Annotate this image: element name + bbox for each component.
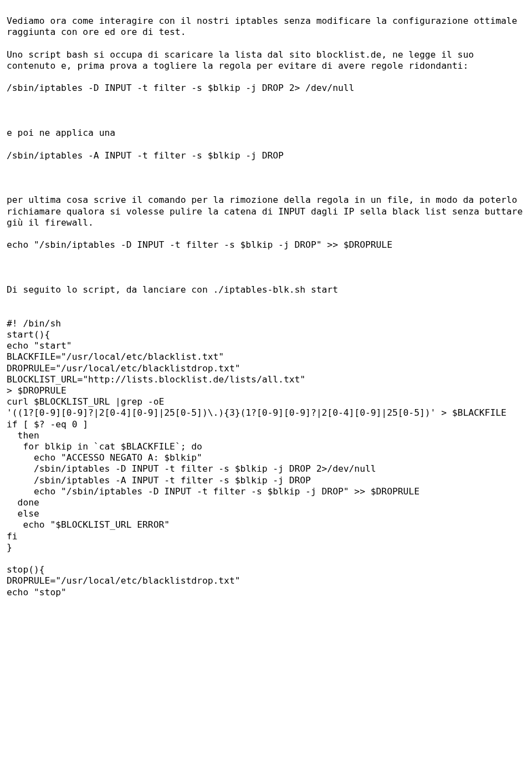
code-line: start(){	[7, 329, 50, 340]
paragraph: per ultima cosa scrive il comando per la…	[7, 195, 528, 227]
code-line: DROPRULE="/usr/local/etc/blacklistdrop.t…	[7, 575, 241, 586]
code-line: echo "/sbin/iptables -D INPUT -t filter …	[7, 239, 392, 250]
code-line: echo "start"	[7, 340, 72, 351]
paragraph: Di seguito lo script, da lanciare con ./…	[7, 284, 338, 295]
code-line: }	[7, 542, 12, 553]
code-line: BLACKFILE="/usr/local/etc/blacklist.txt"	[7, 351, 224, 362]
code-line: /sbin/iptables -A INPUT -t filter -s $bl…	[7, 150, 284, 161]
code-line: echo "ACCESSO NEGATO A: $blkip"	[7, 452, 202, 463]
code-line: fi	[7, 531, 18, 542]
code-line: > $DROPRULE	[7, 385, 66, 396]
paragraph: Uno script bash si occupa di scaricare l…	[7, 49, 479, 71]
code-line: echo "stop"	[7, 587, 66, 598]
code-line: for blkip in `cat $BLACKFILE`; do	[7, 441, 202, 452]
code-line: stop(){	[7, 564, 45, 575]
paragraph: Vediamo ora come interagire con il nostr…	[7, 16, 523, 37]
code-line: echo "/sbin/iptables -D INPUT -t filter …	[7, 486, 420, 497]
code-line: then	[7, 430, 39, 441]
code-line: BLOCKLIST_URL="http://lists.blocklist.de…	[7, 374, 305, 385]
code-line: done	[7, 497, 39, 508]
code-line: if [ $? -eq 0 ]	[7, 419, 88, 430]
code-line: /sbin/iptables -D INPUT -t filter -s $bl…	[7, 83, 354, 93]
code-line: curl $BLOCKLIST_URL |grep -oE	[7, 396, 164, 407]
code-line: else	[7, 508, 39, 519]
code-line: '((1?[0-9][0-9]?|2[0-4][0-9]|25[0-5])\.)…	[7, 407, 507, 418]
paragraph: e poi ne applica una	[7, 127, 115, 138]
code-line: DROPRULE="/usr/local/etc/blacklistdrop.t…	[7, 363, 241, 374]
code-line: /sbin/iptables -D INPUT -t filter -s $bl…	[7, 463, 376, 474]
code-line: #! /bin/sh	[7, 318, 61, 329]
code-line: echo "$BLOCKLIST_URL ERROR"	[7, 519, 170, 530]
code-line: /sbin/iptables -A INPUT -t filter -s $bl…	[7, 475, 311, 486]
